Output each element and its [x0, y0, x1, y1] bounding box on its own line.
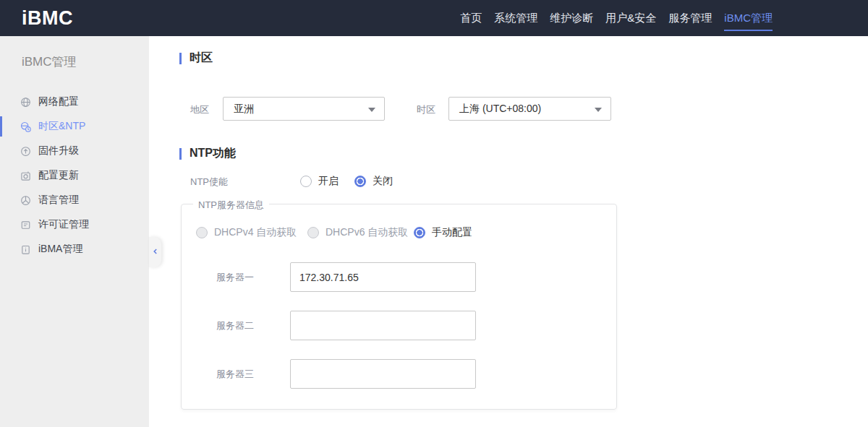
section-title-text: NTP功能 [190, 146, 236, 161]
server-one-label: 服务器一 [216, 262, 254, 292]
radio-label: 开启 [318, 175, 339, 188]
server-three-label: 服务器三 [216, 359, 254, 389]
sidebar-collapse-button[interactable] [149, 237, 161, 267]
chevron-left-icon [151, 246, 160, 259]
radio-disabled-icon [307, 227, 319, 238]
ntp-section-title: NTP功能 [179, 146, 236, 161]
section-accent-bar [179, 148, 182, 160]
server-two-input[interactable] [290, 311, 476, 340]
config-update-icon [20, 171, 31, 181]
ntp-enable-on-radio[interactable]: 开启 [300, 175, 339, 188]
timezone-icon [20, 121, 31, 132]
radio-label: DHCPv4 自动获取 [214, 226, 297, 239]
nav-ibmc-management[interactable]: iBMC管理 [724, 0, 773, 36]
nav-system-management[interactable]: 系统管理 [494, 0, 537, 36]
chevron-down-icon [368, 108, 375, 112]
sidebar-item-config-update[interactable]: 配置更新 [0, 163, 149, 188]
network-icon [20, 97, 31, 108]
sidebar: iBMC管理 网络配置 时区&NTP 固件升级 配置更新 [0, 36, 149, 427]
top-header: iBMC 首页 系统管理 维护诊断 用户&安全 服务管理 iBMC管理 [0, 0, 868, 36]
nav-maintenance-diagnosis[interactable]: 维护诊断 [550, 0, 593, 36]
sidebar-item-network-config[interactable]: 网络配置 [0, 90, 149, 114]
firmware-upgrade-icon [20, 146, 31, 157]
region-select-value: 亚洲 [234, 103, 254, 116]
radio-disabled-icon [196, 227, 208, 238]
sidebar-item-label: 固件升级 [38, 145, 79, 158]
timezone-label: 时区 [417, 103, 435, 116]
sidebar-item-label: 配置更新 [38, 169, 79, 182]
radio-label: DHCPv6 自动获取 [326, 226, 408, 239]
nav-home[interactable]: 首页 [460, 0, 482, 36]
region-select[interactable]: 亚洲 [223, 97, 385, 121]
sidebar-title: iBMC管理 [22, 53, 149, 70]
manual-config-radio[interactable]: 手动配置 [414, 226, 472, 239]
radio-checked-icon [414, 227, 425, 238]
radio-label: 手动配置 [432, 226, 472, 239]
sidebar-item-label: 网络配置 [38, 95, 79, 108]
server-one-input[interactable] [290, 262, 476, 292]
dhcpv4-auto-radio[interactable]: DHCPv4 自动获取 [196, 226, 297, 239]
radio-unchecked-icon [300, 176, 312, 187]
dhcpv6-auto-radio[interactable]: DHCPv6 自动获取 [307, 226, 408, 239]
sidebar-item-firmware-upgrade[interactable]: 固件升级 [0, 139, 149, 163]
sidebar-item-license-management[interactable]: 许可证管理 [0, 212, 149, 237]
ntp-server-info-group: NTP服务器信息 DHCPv4 自动获取 DHCPv6 自动获取 手动配置 服务… [181, 204, 617, 410]
nav-user-security[interactable]: 用户&安全 [605, 0, 656, 36]
server-three-input[interactable] [290, 359, 476, 389]
sidebar-item-label: 时区&NTP [38, 120, 85, 133]
ntp-enable-off-radio[interactable]: 关闭 [354, 175, 393, 188]
section-accent-bar [179, 53, 182, 64]
main-content: 时区 地区 亚洲 时区 上海 (UTC+08:00) NTP功能 NTP使能 开… [149, 36, 868, 427]
language-icon [20, 195, 31, 206]
ibma-icon [20, 244, 31, 255]
nav-service-management[interactable]: 服务管理 [668, 0, 712, 36]
sidebar-item-ibma-management[interactable]: iBMA管理 [0, 237, 149, 262]
ntp-server-info-legend: NTP服务器信息 [193, 199, 269, 212]
section-title-text: 时区 [190, 51, 213, 66]
region-label: 地区 [190, 103, 209, 116]
sidebar-item-label: 许可证管理 [38, 218, 89, 231]
app-logo[interactable]: iBMC [22, 7, 73, 30]
timezone-select-value: 上海 (UTC+08:00) [459, 103, 541, 116]
sidebar-item-timezone-ntp[interactable]: 时区&NTP [0, 114, 149, 139]
chevron-down-icon [595, 108, 602, 112]
sidebar-item-label: iBMA管理 [38, 243, 82, 256]
license-icon [20, 220, 31, 230]
radio-checked-icon [354, 176, 366, 187]
radio-label: 关闭 [373, 175, 393, 188]
ibmc-screen: iBMC 首页 系统管理 维护诊断 用户&安全 服务管理 iBMC管理 iBMC… [0, 0, 868, 427]
top-nav: 首页 系统管理 维护诊断 用户&安全 服务管理 iBMC管理 [460, 0, 868, 36]
ntp-enable-label: NTP使能 [190, 176, 228, 189]
sidebar-item-label: 语言管理 [38, 194, 79, 207]
sidebar-item-language-management[interactable]: 语言管理 [0, 188, 149, 212]
server-two-label: 服务器二 [216, 311, 254, 340]
timezone-select[interactable]: 上海 (UTC+08:00) [448, 97, 611, 121]
timezone-section-title: 时区 [179, 51, 213, 66]
